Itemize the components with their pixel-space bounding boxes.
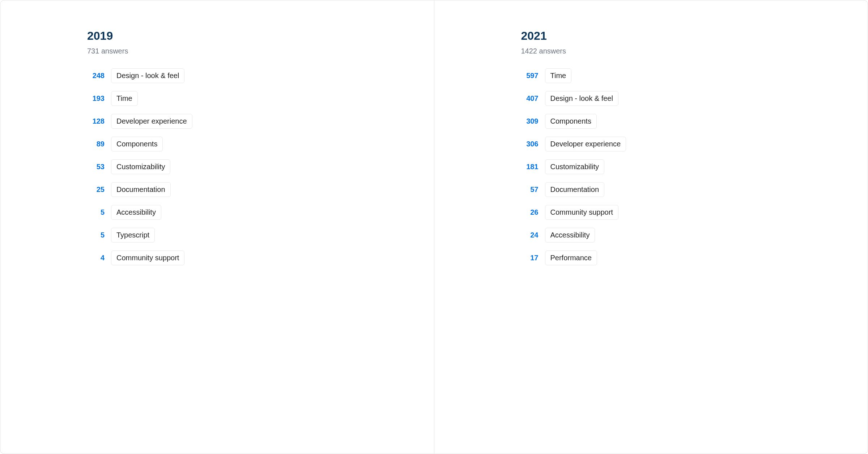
list-item: 89 Components [87, 137, 416, 151]
list-item: 306 Developer experience [521, 137, 850, 151]
item-label: Community support [545, 205, 618, 220]
item-count: 248 [87, 72, 105, 80]
list-item: 309 Components [521, 114, 850, 129]
list-item: 26 Community support [521, 205, 850, 220]
answers-count-2021: 1422 answers [521, 47, 850, 55]
list-item: 25 Documentation [87, 182, 416, 197]
item-label: Developer experience [545, 137, 626, 151]
item-count: 407 [521, 94, 539, 103]
list-item: 5 Accessibility [87, 205, 416, 220]
item-label: Time [111, 91, 138, 106]
item-count: 57 [521, 185, 539, 194]
answers-count-2019: 731 answers [87, 47, 416, 55]
item-count: 597 [521, 72, 539, 80]
comparison-container: 2019 731 answers 248 Design - look & fee… [0, 0, 868, 454]
item-count: 26 [521, 208, 539, 217]
panel-2021: 2021 1422 answers 597 Time 407 Design - … [434, 0, 868, 454]
item-count: 17 [521, 254, 539, 262]
item-label: Accessibility [545, 228, 595, 243]
item-count: 128 [87, 117, 105, 125]
item-count: 309 [521, 117, 539, 125]
item-count: 89 [87, 140, 105, 148]
item-label: Documentation [111, 182, 171, 197]
item-label: Components [111, 137, 163, 151]
list-item: 57 Documentation [521, 182, 850, 197]
list-item: 193 Time [87, 91, 416, 106]
items-list-2019: 248 Design - look & feel 193 Time 128 De… [87, 68, 416, 265]
item-label: Design - look & feel [545, 91, 618, 106]
list-item: 248 Design - look & feel [87, 68, 416, 83]
item-label: Design - look & feel [111, 68, 184, 83]
items-list-2021: 597 Time 407 Design - look & feel 309 Co… [521, 68, 850, 265]
list-item: 4 Community support [87, 250, 416, 265]
list-item: 53 Customizability [87, 159, 416, 174]
item-label: Developer experience [111, 114, 192, 129]
item-label: Components [545, 114, 597, 129]
item-label: Time [545, 68, 572, 83]
item-count: 4 [87, 254, 105, 262]
list-item: 5 Typescript [87, 228, 416, 243]
list-item: 128 Developer experience [87, 114, 416, 129]
item-count: 306 [521, 140, 539, 148]
item-label: Community support [111, 250, 184, 265]
list-item: 407 Design - look & feel [521, 91, 850, 106]
item-label: Accessibility [111, 205, 161, 220]
item-count: 24 [521, 231, 539, 239]
item-count: 25 [87, 185, 105, 194]
list-item: 17 Performance [521, 250, 850, 265]
item-count: 5 [87, 208, 105, 217]
item-label: Typescript [111, 228, 155, 243]
item-count: 5 [87, 231, 105, 239]
item-label: Performance [545, 250, 597, 265]
item-label: Customizability [545, 159, 604, 174]
year-title-2019: 2019 [87, 29, 416, 43]
list-item: 181 Customizability [521, 159, 850, 174]
item-label: Documentation [545, 182, 605, 197]
panel-2019: 2019 731 answers 248 Design - look & fee… [0, 0, 434, 454]
year-title-2021: 2021 [521, 29, 850, 43]
item-label: Customizability [111, 159, 170, 174]
item-count: 193 [87, 94, 105, 103]
list-item: 597 Time [521, 68, 850, 83]
list-item: 24 Accessibility [521, 228, 850, 243]
item-count: 53 [87, 163, 105, 171]
item-count: 181 [521, 163, 539, 171]
